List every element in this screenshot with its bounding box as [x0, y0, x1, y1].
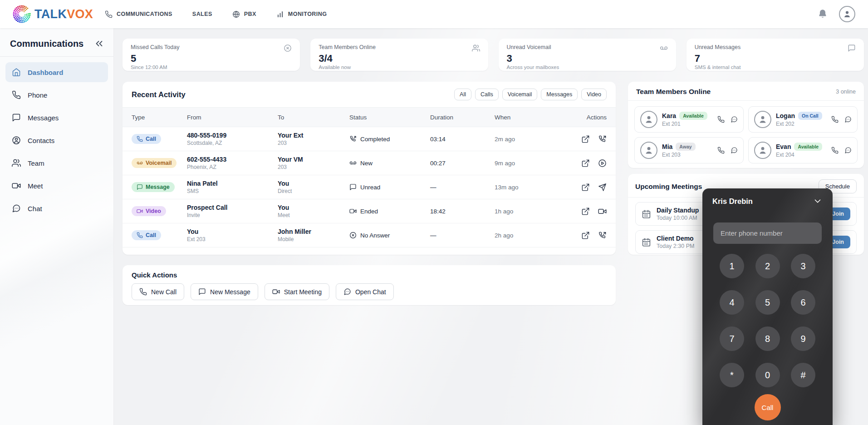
person-icon	[643, 114, 654, 125]
sidebar-item-messages[interactable]: Messages	[5, 108, 108, 128]
filter-calls[interactable]: Calls	[475, 89, 499, 100]
member-chat-button[interactable]	[731, 116, 738, 123]
external-link-icon	[581, 207, 590, 216]
team-members-title: Team Members Online	[636, 88, 711, 96]
call-button[interactable]: Call	[755, 394, 781, 420]
left-column: Recent Activity AllCallsVoicemailMessage…	[123, 82, 616, 305]
member-chat-button[interactable]	[731, 147, 738, 154]
sidebar-menu: DashboardPhoneMessagesContactsTeamMeetCh…	[0, 57, 113, 227]
nav-item-communications[interactable]: COMMUNICATIONS	[105, 10, 172, 18]
sidebar-item-contacts[interactable]: Contacts	[5, 130, 108, 150]
action-play-circle-button[interactable]	[598, 159, 607, 168]
action-external-link-button[interactable]	[581, 159, 590, 168]
sidebar: Communications DashboardPhoneMessagesCon…	[0, 28, 114, 425]
keypad-key-0[interactable]: 0	[755, 363, 780, 387]
keypad-key-8[interactable]: 8	[755, 326, 780, 351]
new-message-button[interactable]: New Message	[191, 283, 258, 300]
row-actions	[569, 159, 607, 168]
keypad-key-2[interactable]: 2	[755, 254, 780, 278]
type-badge-call: Call	[132, 134, 161, 144]
table-row[interactable]: VideoProspect CallInviteYouMeetEnded18:4…	[123, 199, 616, 223]
nav-item-monitoring[interactable]: MONITORING	[276, 10, 327, 18]
stat-card-team-members-online: Team Members Online3/4Available now	[310, 39, 488, 71]
keypad-key-3[interactable]: 3	[791, 254, 815, 278]
sidebar-item-phone[interactable]: Phone	[5, 85, 108, 105]
message-dots-icon	[731, 147, 738, 154]
open-chat-button[interactable]: Open Chat	[336, 283, 394, 300]
action-external-link-button[interactable]	[581, 183, 590, 192]
type-badge-voicemail: Voicemail	[132, 158, 177, 168]
phone-number-input[interactable]	[713, 222, 822, 244]
keypad-key-pound[interactable]: #	[791, 363, 815, 387]
nav-item-sales[interactable]: SALES	[192, 11, 212, 17]
row-actions	[569, 135, 607, 143]
column-header-status: Status	[349, 114, 430, 121]
filter-messages[interactable]: Messages	[541, 89, 578, 100]
filter-video[interactable]: Video	[581, 89, 607, 100]
action-video-button[interactable]	[598, 207, 607, 216]
message-square-icon	[198, 288, 206, 296]
keypad-key-9[interactable]: 9	[791, 326, 815, 351]
table-row[interactable]: Voicemail602-555-4433Phoenix, AZYour VM2…	[123, 151, 616, 175]
brand-logo[interactable]: TALKVOX	[12, 4, 93, 25]
quick-actions-card: Quick Actions New CallNew MessageStart M…	[123, 265, 616, 305]
stat-label: Missed Calls Today	[131, 44, 179, 50]
person-icon	[757, 145, 768, 156]
filter-voicemail[interactable]: Voicemail	[502, 89, 538, 100]
nav-item-pbx[interactable]: PBX	[232, 10, 256, 18]
member-call-button[interactable]	[831, 147, 839, 154]
action-send-button[interactable]	[598, 183, 607, 192]
type-badge-label: Voicemail	[146, 160, 172, 166]
stat-label: Team Members Online	[319, 44, 376, 50]
recent-activity-title: Recent Activity	[132, 90, 186, 99]
action-external-link-button[interactable]	[581, 207, 590, 216]
member-chat-button[interactable]	[844, 116, 852, 123]
column-header-when: When	[495, 114, 569, 121]
sidebar-item-meet[interactable]: Meet	[5, 176, 108, 196]
action-phone-outgoing-button[interactable]	[598, 231, 607, 240]
sidebar-collapse-icon[interactable]	[93, 38, 104, 49]
keypad-key-star[interactable]: *	[720, 363, 744, 387]
stat-value: 3/4	[319, 53, 480, 64]
member-call-button[interactable]	[717, 116, 725, 123]
member-info: KaraAvailableExt 201	[662, 112, 713, 127]
chevron-down-icon[interactable]	[813, 196, 823, 206]
filter-all[interactable]: All	[454, 89, 471, 100]
avatar	[640, 142, 657, 159]
member-chat-button[interactable]	[844, 147, 852, 154]
keypad-key-4[interactable]: 4	[720, 290, 744, 315]
to-cell: YouDirect	[278, 180, 349, 194]
user-avatar[interactable]	[839, 6, 855, 22]
type-cell: Call	[132, 230, 187, 240]
sidebar-item-dashboard[interactable]: Dashboard	[5, 62, 108, 82]
phone-icon	[105, 10, 113, 18]
start-meeting-button[interactable]: Start Meeting	[265, 283, 329, 300]
to-cell: Your Ext203	[278, 132, 349, 146]
keypad-key-6[interactable]: 6	[791, 290, 815, 315]
keypad-key-7[interactable]: 7	[720, 326, 744, 351]
keypad-key-1[interactable]: 1	[720, 254, 744, 278]
member-line: LoganOn Call	[776, 112, 827, 120]
notifications-bell-icon[interactable]	[817, 9, 828, 20]
new-call-button[interactable]: New Call	[132, 283, 184, 300]
sidebar-item-chat[interactable]: Chat	[5, 198, 108, 218]
action-phone-outgoing-button[interactable]	[598, 135, 607, 143]
action-external-link-button[interactable]	[581, 231, 590, 240]
to-sub: 203	[278, 140, 349, 146]
member-call-button[interactable]	[717, 147, 725, 154]
video-icon	[349, 208, 357, 215]
member-call-button[interactable]	[831, 116, 839, 123]
stat-card-missed-calls-today: Missed Calls Today5Since 12:00 AM	[123, 39, 300, 71]
keypad-key-5[interactable]: 5	[755, 290, 780, 315]
action-external-link-button[interactable]	[581, 135, 590, 143]
table-row[interactable]: Call480-555-0199Scottsdale, AZYour Ext20…	[123, 127, 616, 151]
member-actions	[831, 147, 852, 154]
nav-item-label: MONITORING	[288, 11, 327, 17]
team-members-header: Team Members Online 3 online	[628, 82, 864, 101]
sidebar-item-team[interactable]: Team	[5, 153, 108, 173]
table-row[interactable]: CallYouExt 203John MillerMobileNo Answer…	[123, 223, 616, 247]
from-sub: Invite	[187, 212, 278, 218]
status-badge-on-call: On Call	[798, 112, 822, 120]
table-row[interactable]: MessageNina PatelSMSYouDirectUnread—13m …	[123, 175, 616, 199]
x-circle-icon	[284, 44, 292, 52]
